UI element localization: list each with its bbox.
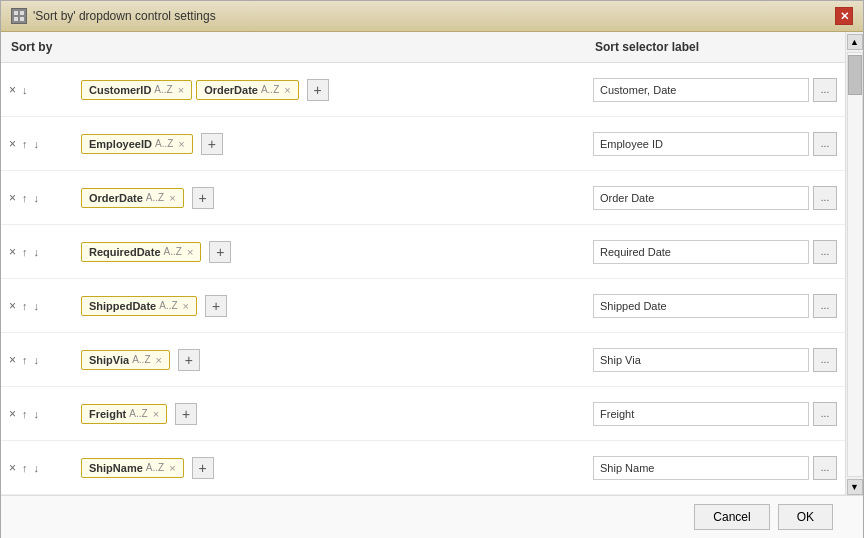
label-more-button[interactable]: ...	[813, 78, 837, 102]
label-input[interactable]	[593, 348, 809, 372]
remove-row-button[interactable]: ×	[7, 190, 18, 206]
remove-row-button[interactable]: ×	[7, 136, 18, 152]
move-down-button[interactable]: ↓	[32, 137, 42, 151]
svg-rect-3	[20, 17, 24, 21]
move-down-button[interactable]: ↓	[32, 407, 42, 421]
sort-tag: RequiredDateA..Z×	[81, 242, 201, 262]
label-more-button[interactable]: ...	[813, 294, 837, 318]
label-input[interactable]	[593, 402, 809, 426]
scroll-thumb[interactable]	[848, 55, 862, 95]
label-input[interactable]	[593, 186, 809, 210]
label-more-button[interactable]: ...	[813, 240, 837, 264]
move-up-button[interactable]: ↑	[20, 299, 30, 313]
titlebar: 'Sort by' dropdown control settings ✕	[1, 1, 863, 32]
scroll-up-arrow[interactable]: ▲	[847, 34, 863, 50]
move-down-button[interactable]: ↓	[32, 299, 42, 313]
remove-row-button[interactable]: ×	[7, 298, 18, 314]
remove-tag-button[interactable]: ×	[183, 300, 189, 312]
label-input[interactable]	[593, 456, 809, 480]
label-cell: ...	[585, 402, 845, 426]
remove-tag-button[interactable]: ×	[178, 138, 184, 150]
move-down-button[interactable]: ↓	[32, 461, 42, 475]
tag-direction: A..Z	[261, 84, 279, 95]
remove-tag-button[interactable]: ×	[153, 408, 159, 420]
tag-name: OrderDate	[204, 84, 258, 96]
tag-name: OrderDate	[89, 192, 143, 204]
label-input[interactable]	[593, 78, 809, 102]
scrollbar[interactable]: ▲ ▼	[845, 32, 863, 495]
label-cell: ...	[585, 294, 845, 318]
label-more-button[interactable]: ...	[813, 186, 837, 210]
remove-tag-button[interactable]: ×	[178, 84, 184, 96]
label-more-button[interactable]: ...	[813, 402, 837, 426]
remove-row-button[interactable]: ×	[7, 352, 18, 368]
sort-tags-cell: EmployeeIDA..Z×+	[77, 127, 585, 161]
table-row: ×↑↓ShippedDateA..Z×+...	[1, 279, 845, 333]
tag-direction: A..Z	[129, 408, 147, 419]
move-down-button[interactable]: ↓	[32, 353, 42, 367]
svg-rect-0	[14, 11, 18, 15]
label-more-button[interactable]: ...	[813, 348, 837, 372]
move-up-button[interactable]: ↑	[20, 191, 30, 205]
sort-tags-cell: CustomerIDA..Z×OrderDateA..Z×+	[77, 73, 585, 107]
sort-by-header-spacer	[77, 32, 585, 62]
add-sort-button[interactable]: +	[205, 295, 227, 317]
label-more-button[interactable]: ...	[813, 456, 837, 480]
svg-rect-2	[14, 17, 18, 21]
label-input[interactable]	[593, 240, 809, 264]
label-more-button[interactable]: ...	[813, 132, 837, 156]
tag-name: CustomerID	[89, 84, 151, 96]
move-up-button[interactable]: ↑	[20, 137, 30, 151]
table-row: ×↑↓ShipViaA..Z×+...	[1, 333, 845, 387]
add-sort-button[interactable]: +	[192, 187, 214, 209]
remove-row-button[interactable]: ×	[7, 244, 18, 260]
move-down-button[interactable]: ↓	[32, 245, 42, 259]
tag-direction: A..Z	[159, 300, 177, 311]
tag-name: Freight	[89, 408, 126, 420]
sort-tags-cell: RequiredDateA..Z×+	[77, 235, 585, 269]
row-controls: ×↑↓	[1, 136, 77, 152]
svg-rect-1	[20, 11, 24, 15]
remove-row-button[interactable]: ×	[7, 460, 18, 476]
add-sort-button[interactable]: +	[307, 79, 329, 101]
move-down-button[interactable]: ↓	[20, 83, 30, 97]
sort-by-header: Sort by	[1, 32, 77, 62]
remove-tag-button[interactable]: ×	[187, 246, 193, 258]
add-sort-button[interactable]: +	[175, 403, 197, 425]
sort-tags-cell: ShipNameA..Z×+	[77, 451, 585, 485]
footer: Cancel OK	[1, 495, 863, 538]
move-up-button[interactable]: ↑	[20, 353, 30, 367]
remove-tag-button[interactable]: ×	[169, 462, 175, 474]
table-row: ×↑↓OrderDateA..Z×+...	[1, 171, 845, 225]
sort-tags-cell: ShipViaA..Z×+	[77, 343, 585, 377]
move-up-button[interactable]: ↑	[20, 245, 30, 259]
label-cell: ...	[585, 78, 845, 102]
table-row: ×↑↓RequiredDateA..Z×+...	[1, 225, 845, 279]
sort-tag: FreightA..Z×	[81, 404, 167, 424]
label-input[interactable]	[593, 294, 809, 318]
move-up-button[interactable]: ↑	[20, 407, 30, 421]
tag-name: EmployeeID	[89, 138, 152, 150]
scroll-track[interactable]	[847, 52, 863, 477]
label-cell: ...	[585, 186, 845, 210]
ok-button[interactable]: OK	[778, 504, 833, 530]
move-up-button[interactable]: ↑	[20, 461, 30, 475]
remove-row-button[interactable]: ×	[7, 82, 18, 98]
tag-name: ShipVia	[89, 354, 129, 366]
close-button[interactable]: ✕	[835, 7, 853, 25]
add-sort-button[interactable]: +	[209, 241, 231, 263]
add-sort-button[interactable]: +	[201, 133, 223, 155]
scroll-down-arrow[interactable]: ▼	[847, 479, 863, 495]
move-down-button[interactable]: ↓	[32, 191, 42, 205]
row-controls: ×↓	[1, 82, 77, 98]
remove-tag-button[interactable]: ×	[284, 84, 290, 96]
label-cell: ...	[585, 456, 845, 480]
add-sort-button[interactable]: +	[192, 457, 214, 479]
label-input[interactable]	[593, 132, 809, 156]
remove-row-button[interactable]: ×	[7, 406, 18, 422]
add-sort-button[interactable]: +	[178, 349, 200, 371]
remove-tag-button[interactable]: ×	[156, 354, 162, 366]
sort-tag: ShipNameA..Z×	[81, 458, 184, 478]
cancel-button[interactable]: Cancel	[694, 504, 769, 530]
remove-tag-button[interactable]: ×	[169, 192, 175, 204]
